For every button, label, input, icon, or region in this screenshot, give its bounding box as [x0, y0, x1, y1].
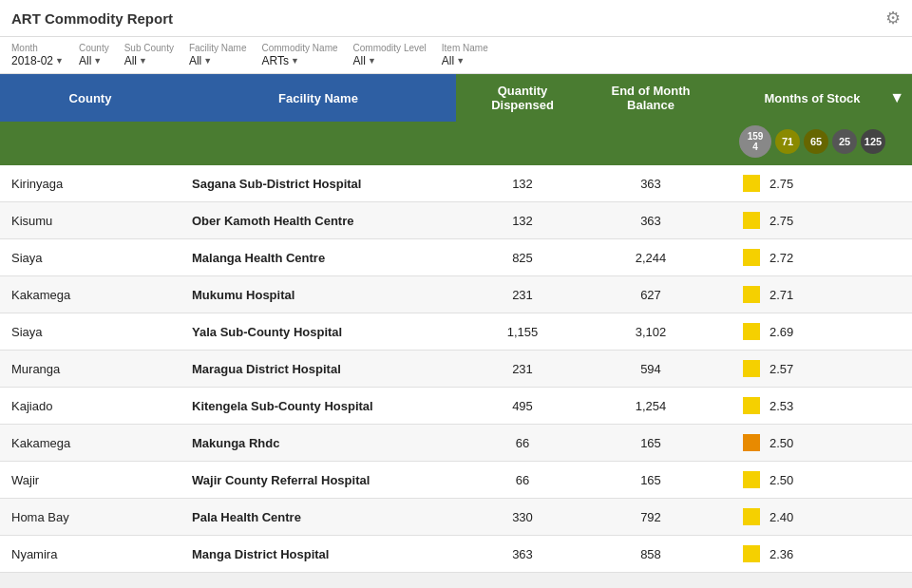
filter-label-commodity-level: Commodity Level	[353, 43, 427, 53]
main-table: County Facility Name Quantity Dispensed …	[0, 74, 912, 573]
eom-cell: 165	[589, 425, 712, 462]
mos-cell: 2.53	[712, 388, 912, 425]
settings-icon[interactable]: ⚙	[885, 8, 901, 28]
facility-cell: Manga District Hospital	[180, 536, 456, 573]
filter-label-commodity-name: Commodity Name	[262, 43, 338, 53]
circle-row-qty-empty	[456, 122, 589, 165]
filter-arrow-county: ▼	[93, 56, 102, 66]
mos-value: 2.53	[770, 399, 793, 413]
filter-facility-name[interactable]: Facility Name All ▼	[189, 43, 247, 67]
filter-item-name[interactable]: Item Name All ▼	[442, 43, 488, 67]
table-wrapper: County Facility Name Quantity Dispensed …	[0, 74, 912, 573]
mos-indicator-icon	[743, 212, 760, 229]
filter-value-county[interactable]: All ▼	[79, 54, 109, 67]
eom-cell: 627	[589, 276, 712, 313]
facility-cell: Malanga Health Centre	[180, 239, 456, 276]
filter-value-facility-name[interactable]: All ▼	[189, 54, 247, 67]
filter-arrow-item-name: ▼	[456, 56, 465, 66]
mos-cell: 2.75	[712, 202, 912, 239]
circles-row: 159 4 71 65 25 125	[0, 122, 912, 165]
eom-cell: 3,102	[589, 313, 712, 351]
eom-header: End of Month Balance	[589, 74, 712, 122]
qty-cell: 330	[456, 499, 589, 536]
table-row: Muranga Maragua District Hospital 231 59…	[0, 351, 912, 388]
table-row: Kisumu Ober Kamoth Health Centre 132 363…	[0, 202, 912, 239]
filter-label-facility-name: Facility Name	[189, 43, 247, 53]
county-cell: Siaya	[0, 313, 180, 351]
county-cell: Kakamega	[0, 425, 180, 462]
filter-month[interactable]: Month 2018-02 ▼	[11, 43, 64, 67]
filter-commodity-name[interactable]: Commodity Name ARTs ▼	[262, 43, 338, 67]
mos-value: 2.75	[770, 214, 793, 228]
mos-cell: 2.50	[712, 425, 912, 462]
mos-header-label: Months of Stock	[764, 91, 860, 105]
mos-value: 2.50	[770, 473, 793, 487]
mos-cell: 2.69	[712, 313, 912, 351]
mos-cell: 2.50	[712, 462, 912, 499]
qty-cell: 1,155	[456, 313, 589, 351]
mos-cell: 2.57	[712, 351, 912, 388]
column-headers-row: County Facility Name Quantity Dispensed …	[0, 74, 912, 122]
filter-value-commodity-level[interactable]: All ▼	[353, 54, 427, 67]
mos-indicator-icon	[743, 360, 760, 377]
facility-cell: Ober Kamoth Health Centre	[180, 202, 456, 239]
circle-row-eom-empty	[589, 122, 712, 165]
filter-value-commodity-name[interactable]: ARTs ▼	[262, 54, 338, 67]
mos-value: 2.36	[770, 547, 793, 561]
filter-county[interactable]: County All ▼	[79, 43, 109, 67]
facility-cell: Sagana Sub-District Hospital	[180, 165, 456, 202]
filter-commodity-level[interactable]: Commodity Level All ▼	[353, 43, 427, 67]
mos-indicator-icon	[743, 471, 760, 488]
mos-value: 2.57	[770, 362, 793, 376]
facility-cell: Mukumu Hospital	[180, 276, 456, 313]
mos-indicator-icon	[743, 545, 760, 562]
filter-value-sub-county[interactable]: All ▼	[124, 54, 174, 67]
eom-cell: 1,254	[589, 388, 712, 425]
qty-header: Quantity Dispensed	[456, 74, 589, 122]
county-cell: Wajir	[0, 462, 180, 499]
table-row: Kajiado Kitengela Sub-County Hospital 49…	[0, 388, 912, 425]
mos-indicator-icon	[743, 323, 760, 340]
eom-cell: 792	[589, 499, 712, 536]
mos-indicator-icon	[743, 286, 760, 303]
filter-label-sub-county: Sub County	[124, 43, 174, 53]
mos-indicator-icon	[743, 434, 760, 451]
facility-cell: Makunga Rhdc	[180, 425, 456, 462]
facility-cell: Maragua District Hospital	[180, 351, 456, 388]
app-title: ART Commodity Report	[11, 10, 173, 27]
county-cell: Homa Bay	[0, 499, 180, 536]
filter-value-item-name[interactable]: All ▼	[442, 54, 488, 67]
facility-cell: Kitengela Sub-County Hospital	[180, 388, 456, 425]
qty-cell: 231	[456, 351, 589, 388]
filter-arrow-facility-name: ▼	[203, 56, 212, 66]
mos-value: 2.71	[770, 288, 793, 302]
eom-cell: 858	[589, 536, 712, 573]
table-row: Kirinyaga Sagana Sub-District Hospital 1…	[0, 165, 912, 202]
sort-arrow-icon[interactable]: ▼	[889, 89, 904, 106]
mos-indicator-icon	[743, 175, 760, 192]
eom-cell: 594	[589, 351, 712, 388]
filter-sub-county[interactable]: Sub County All ▼	[124, 43, 174, 67]
facility-cell: Wajir County Referral Hospital	[180, 462, 456, 499]
county-cell: Kajiado	[0, 388, 180, 425]
mos-cell: 2.75	[712, 165, 912, 202]
qty-cell: 363	[456, 536, 589, 573]
filter-label-month: Month	[11, 43, 64, 53]
circle-1594-line1: 159	[748, 131, 764, 142]
eom-cell: 363	[589, 165, 712, 202]
mos-header: Months of Stock ▼	[712, 74, 912, 122]
qty-cell: 66	[456, 462, 589, 499]
county-cell: Nyamira	[0, 536, 180, 573]
eom-cell: 165	[589, 462, 712, 499]
filter-value-month[interactable]: 2018-02 ▼	[11, 54, 64, 67]
county-cell: Kisumu	[0, 202, 180, 239]
circle-125: 125	[861, 129, 885, 154]
filter-arrow-month: ▼	[55, 56, 64, 66]
facility-cell: Yala Sub-County Hospital	[180, 313, 456, 351]
county-cell: Muranga	[0, 351, 180, 388]
qty-cell: 495	[456, 388, 589, 425]
mos-cell: 2.40	[712, 499, 912, 536]
qty-cell: 231	[456, 276, 589, 313]
mos-indicator-icon	[743, 249, 760, 266]
table-row: Nyamira Manga District Hospital 363 858 …	[0, 536, 912, 573]
